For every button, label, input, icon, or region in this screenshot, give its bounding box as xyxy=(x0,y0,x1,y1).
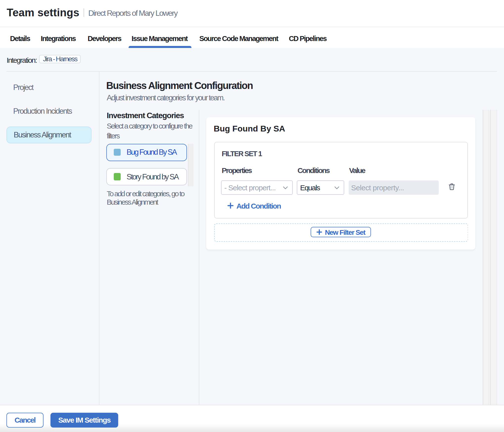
tab-integrations[interactable]: Integrations xyxy=(41,35,76,42)
integration-label: Integration: xyxy=(7,56,37,64)
sidebar-item-label: Business Alignment xyxy=(14,131,71,139)
save-button-label: Save IM Settings xyxy=(58,416,111,424)
sidebar-item-production-incidents[interactable]: Production Incidents xyxy=(6,103,92,119)
value-input-placeholder: Select property... xyxy=(351,184,404,191)
tab-bar: Details Integrations Developers Issue Ma… xyxy=(0,27,504,48)
tab-issue-management[interactable]: Issue Management xyxy=(132,35,187,42)
tab-source-code-management[interactable]: Source Code Management xyxy=(199,35,278,42)
sidebar-item-project[interactable]: Project xyxy=(6,79,92,95)
team-settings-page: Team settings Direct Reports of Mary Low… xyxy=(0,0,504,432)
cancel-button[interactable]: Cancel xyxy=(6,413,43,427)
column-header-properties: Properties xyxy=(222,167,252,174)
sidebar-item-business-alignment[interactable]: Business Alignment xyxy=(6,127,92,143)
category-label: Bug Found By SA xyxy=(127,149,176,156)
config-card-title: Bug Found By SA xyxy=(214,124,285,133)
category-bug-found-by-sa[interactable]: Bug Found By SA xyxy=(106,144,187,161)
new-filter-set-label: New Filter Set xyxy=(325,229,365,236)
column-header-conditions: Conditions xyxy=(298,167,329,174)
categories-footnote: To add or edit categories, go to Busines… xyxy=(107,189,189,206)
tab-cd-pipelines[interactable]: CD Pipelines xyxy=(289,35,326,42)
categories-hint: Select a category to configure the filte… xyxy=(107,121,196,141)
property-select-placeholder: - Select propert... xyxy=(224,184,275,191)
page-header: Team settings Direct Reports of Mary Low… xyxy=(0,0,504,27)
category-scrollbar-track[interactable] xyxy=(188,144,193,186)
value-input[interactable]: Select property... xyxy=(349,180,439,195)
column-header-value: Value xyxy=(349,167,365,174)
chevron-down-icon xyxy=(334,186,339,189)
content-area: Integration: Jira - Harness Project Prod… xyxy=(0,48,504,405)
delete-condition-button[interactable] xyxy=(449,183,455,190)
integration-chip[interactable]: Jira - Harness xyxy=(39,55,81,64)
add-condition-button[interactable]: Add Condition xyxy=(228,202,281,209)
save-im-settings-button[interactable]: Save IM Settings xyxy=(50,413,118,427)
filter-set-box: FILTER SET 1 Properties Conditions Value… xyxy=(214,142,468,218)
cancel-button-label: Cancel xyxy=(15,416,35,424)
panel-divider xyxy=(199,109,199,405)
chevron-down-icon xyxy=(283,186,288,189)
scrollbar-track-outer[interactable] xyxy=(482,110,489,405)
new-filter-set-button[interactable]: New Filter Set xyxy=(311,227,371,238)
sidebar-item-label: Production Incidents xyxy=(13,107,72,115)
sidebar-divider xyxy=(99,71,99,405)
integration-chip-label: Jira - Harness xyxy=(43,56,77,63)
plus-icon xyxy=(317,229,322,235)
category-color-swatch xyxy=(114,173,121,180)
categories-title: Investment Categories xyxy=(107,111,184,119)
new-filter-set-zone: New Filter Set xyxy=(214,223,468,241)
category-color-swatch xyxy=(114,149,121,156)
horizontal-rule xyxy=(6,71,497,71)
title-separator xyxy=(83,8,84,17)
category-config-card: Bug Found By SA FILTER SET 1 Properties … xyxy=(206,117,475,250)
sidebar-item-label: Project xyxy=(13,83,33,91)
tab-details[interactable]: Details xyxy=(10,35,30,42)
condition-select[interactable]: Equals xyxy=(297,180,344,195)
footer-bar: Cancel Save IM Settings xyxy=(0,405,504,432)
category-story-found-by-sa[interactable]: Story Found by SA xyxy=(106,168,187,185)
trash-icon xyxy=(449,183,455,190)
filter-set-label: FILTER SET 1 xyxy=(222,151,262,158)
scrollbar-track-inner[interactable] xyxy=(490,110,497,405)
section-title: Business Alignment Configuration xyxy=(106,81,253,90)
page-title: Team settings xyxy=(7,7,79,18)
active-tab-underline xyxy=(128,46,191,48)
category-label: Story Found by SA xyxy=(127,173,178,181)
add-condition-label: Add Condition xyxy=(236,202,281,209)
property-select[interactable]: - Select propert... xyxy=(221,180,293,195)
section-subtitle: Adjust investment categories for your te… xyxy=(107,94,225,102)
condition-select-value: Equals xyxy=(300,184,320,191)
plus-icon xyxy=(228,203,233,209)
page-subtitle: Direct Reports of Mary Lowery xyxy=(88,9,177,17)
tab-developers[interactable]: Developers xyxy=(88,35,121,42)
